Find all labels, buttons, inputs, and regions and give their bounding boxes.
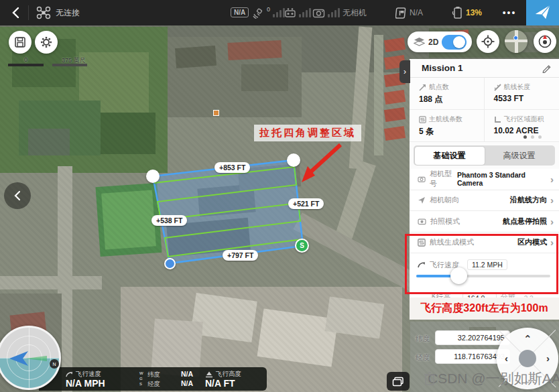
chevron-left-icon bbox=[11, 7, 19, 19]
tab-basic-settings[interactable]: 基础设置 bbox=[415, 147, 485, 165]
camera-status-label: 无相机 bbox=[343, 7, 367, 19]
camera-icon bbox=[418, 176, 426, 183]
chevron-right-icon: › bbox=[550, 237, 554, 248]
waypoint-icon bbox=[419, 84, 426, 91]
corner-handle-bottom-left[interactable] bbox=[164, 258, 176, 269]
save-mission-button[interactable] bbox=[9, 31, 32, 54]
camera-icon bbox=[312, 8, 325, 18]
chevron-right-icon: › bbox=[550, 216, 554, 227]
airplane-icon bbox=[533, 3, 552, 23]
crosshair-locate-icon bbox=[481, 35, 495, 48]
stat-mainline-count: 主航线条数 5 条 bbox=[410, 110, 485, 142]
toggle-knob bbox=[453, 36, 465, 48]
edge-length-top: +853 FT bbox=[214, 162, 250, 173]
rc-signal-bars bbox=[299, 8, 311, 17]
annotation-note: 飞行高度320ft左右为100m bbox=[410, 298, 559, 320]
chevron-right-icon: › bbox=[550, 194, 554, 206]
connection-status-label: 无连接 bbox=[56, 7, 80, 19]
stacked-photos-icon bbox=[392, 377, 404, 387]
telemetry-lat-label: 纬度 bbox=[147, 371, 160, 379]
map-art-block bbox=[241, 64, 288, 91]
speed-icon bbox=[418, 261, 426, 269]
corner-handle-top-right[interactable] bbox=[287, 153, 300, 167]
chevron-right-icon: › bbox=[550, 174, 554, 185]
scale-zero-label: 0 bbox=[24, 56, 27, 63]
status-bar: 无连接 N/A 0 bbox=[0, 0, 559, 25]
map-art-block bbox=[101, 190, 156, 249]
camera-status-group: 无相机 bbox=[312, 0, 367, 25]
map-art-block bbox=[257, 309, 338, 367]
latitude-label: 纬度 bbox=[416, 334, 430, 344]
locate-aircraft-button[interactable] bbox=[477, 30, 499, 53]
speed-icon bbox=[66, 371, 73, 378]
map-art-block bbox=[384, 107, 406, 122]
speed-slider-knob[interactable] bbox=[450, 267, 467, 284]
map-2d-toggle[interactable] bbox=[442, 35, 467, 50]
setting-route-mode[interactable]: 航线生成模式 区内模式› bbox=[410, 233, 559, 254]
nudge-left-button[interactable]: ‹ bbox=[505, 353, 508, 363]
edge-length-right: +521 FT bbox=[288, 198, 324, 209]
mission-panel: Mission 1 航点数 188 点 航线长度 4533 FT 主航线条数 5… bbox=[410, 59, 559, 312]
start-point-marker[interactable]: S bbox=[295, 239, 309, 253]
edit-pencil-icon[interactable] bbox=[542, 63, 552, 73]
panel-collapse-tab[interactable]: › bbox=[399, 60, 410, 83]
camera-signal-bars bbox=[328, 8, 340, 17]
compass-north-badge: N bbox=[50, 359, 59, 369]
back-button[interactable] bbox=[7, 5, 24, 21]
compass-needle-icon bbox=[538, 34, 552, 49]
map-mode-control: 2D bbox=[408, 31, 472, 52]
stat-waypoints: 航点数 188 点 bbox=[410, 78, 485, 110]
panel-page-dots[interactable] bbox=[523, 135, 542, 139]
map-art-block bbox=[384, 126, 406, 141]
setting-camera-heading[interactable]: 相机朝向 沿航线方向› bbox=[410, 190, 559, 212]
corner-handle-top-left[interactable] bbox=[146, 170, 160, 183]
edge-length-left: +538 FT bbox=[151, 215, 187, 226]
layers-icon bbox=[414, 37, 425, 47]
watermark-text: CSDN @一别如斯AA bbox=[428, 369, 559, 388]
map-art-block bbox=[0, 276, 102, 289]
start-flight-button[interactable] bbox=[526, 0, 559, 25]
map-art-block bbox=[384, 90, 406, 105]
rc-signal-group bbox=[284, 0, 311, 25]
gear-icon bbox=[40, 36, 53, 49]
telemetry-alt-value: N/A FT bbox=[205, 378, 235, 389]
latitude-input[interactable]: 32.202764195 bbox=[435, 330, 510, 345]
speed-value[interactable]: 11.2 MPH bbox=[467, 259, 507, 270]
gps-mode-badge: N/A bbox=[231, 7, 249, 17]
stat-route-length: 航线长度 4533 FT bbox=[485, 78, 559, 110]
pan-left-button[interactable] bbox=[4, 182, 31, 209]
longitude-label: 经度 bbox=[416, 353, 430, 363]
mission-stats: 航点数 188 点 航线长度 4533 FT 主航线条数 5 条 飞行区域面积 … bbox=[410, 78, 559, 142]
settings-tabs-wrap: 基础设置 高级设置 bbox=[410, 142, 559, 169]
mission-board-icon bbox=[395, 7, 407, 19]
compass-reset-button[interactable] bbox=[534, 30, 556, 53]
minimap-preview-button[interactable] bbox=[505, 30, 527, 53]
map-settings-button[interactable] bbox=[35, 31, 58, 54]
telemetry-bar: 飞行速度 N/A MPH WGS 纬度 N/A 经度 N/A 飞行高度 N/A … bbox=[39, 367, 267, 391]
telemetry-lat-value: N/A bbox=[173, 370, 193, 378]
map-art-block bbox=[325, 297, 384, 339]
mission-title: Mission 1 bbox=[422, 63, 463, 73]
map-art-block bbox=[175, 46, 216, 68]
nudge-center-button[interactable] bbox=[519, 350, 536, 367]
setting-capture-mode[interactable]: 拍照模式 航点悬停拍照› bbox=[410, 211, 559, 233]
altitude-icon bbox=[205, 371, 213, 378]
battery-icon bbox=[452, 6, 463, 19]
setting-camera-model[interactable]: 相机型号 Phantom 3 Standard Camera› bbox=[410, 169, 559, 190]
nudge-right-button[interactable]: › bbox=[546, 353, 550, 363]
tab-advanced-settings[interactable]: 高级设置 bbox=[485, 147, 554, 165]
satellite-icon bbox=[252, 7, 264, 19]
nudge-up-button[interactable]: ⌃ bbox=[523, 334, 532, 344]
map-2d-label: 2D bbox=[428, 38, 438, 47]
telemetry-speed-value: N/A MPH bbox=[66, 378, 105, 389]
map-art-block bbox=[101, 113, 156, 154]
more-menu-button[interactable]: ••• bbox=[497, 0, 521, 25]
mission-status-group: N/A bbox=[395, 0, 423, 25]
speed-slider[interactable] bbox=[416, 275, 550, 277]
speed-slider-label-row: 飞行速度 11.2 MPH bbox=[418, 259, 552, 270]
aircraft-heading-icon bbox=[8, 350, 48, 367]
capture-mode-icon bbox=[418, 218, 426, 225]
media-thumbnail-button[interactable] bbox=[387, 372, 410, 391]
mission-header: Mission 1 bbox=[410, 59, 559, 78]
wgs-badge: WGS bbox=[139, 371, 143, 387]
